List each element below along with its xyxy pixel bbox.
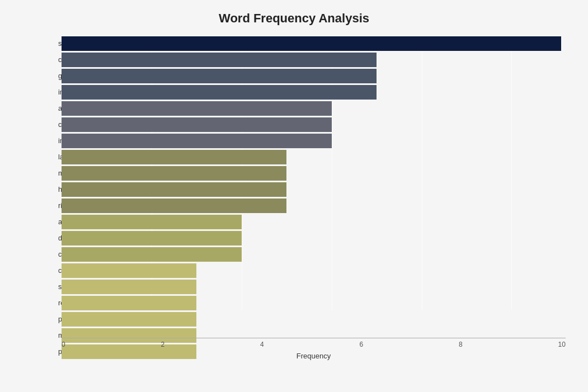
- bar-row: right: [62, 198, 566, 213]
- chart-area: spywarecountriesgovernmentsincludeaction…: [62, 36, 566, 366]
- bar-fill: [62, 134, 332, 148]
- x-tick: 10: [558, 341, 566, 348]
- bar-row: countries: [62, 52, 566, 67]
- bar-fill: [62, 101, 332, 116]
- bar-fill: [62, 247, 242, 262]
- bar-row: human: [62, 182, 566, 197]
- bar-row: commercial: [62, 117, 566, 132]
- bar-outer: [62, 53, 566, 67]
- bar-row: canada: [62, 263, 566, 278]
- bar-fill: [62, 263, 196, 278]
- bar-outer: [62, 134, 566, 148]
- bar-outer: [62, 150, 566, 164]
- bar-row: represent: [62, 295, 566, 310]
- bar-outer: [62, 296, 566, 310]
- bar-outer: [62, 166, 566, 181]
- bar-row: law: [62, 149, 566, 164]
- bar-fill: [62, 36, 561, 51]
- bar-fill: [62, 85, 377, 100]
- bar-fill: [62, 166, 286, 181]
- bar-fill: [62, 117, 332, 132]
- bar-outer: [62, 101, 566, 116]
- bar-fill: [62, 53, 377, 67]
- x-axis-label: Frequency: [62, 352, 566, 360]
- bar-fill: [62, 312, 196, 327]
- bar-outer: [62, 69, 566, 83]
- bar-outer: [62, 85, 566, 100]
- bar-fill: [62, 199, 286, 213]
- chart-container: Word Frequency Analysis spywarecountries…: [0, 0, 588, 392]
- x-tick: 8: [459, 341, 463, 348]
- bar-outer: [62, 182, 566, 197]
- bar-fill: [62, 150, 286, 164]
- bar-outer: [62, 312, 566, 327]
- bar-outer: [62, 36, 566, 51]
- bar-row: spyware: [62, 36, 566, 51]
- bars-wrapper: spywarecountriesgovernmentsincludeaction…: [62, 36, 566, 338]
- x-tick: 0: [62, 341, 65, 348]
- bar-row: governments: [62, 68, 566, 83]
- x-tick: 6: [360, 341, 364, 348]
- x-tick: 4: [260, 341, 264, 348]
- chart-title: Word Frequency Analysis: [22, 11, 566, 26]
- bar-row: action: [62, 101, 566, 116]
- bar-fill: [62, 280, 196, 294]
- bar-outer: [62, 231, 566, 245]
- bar-outer: [62, 280, 566, 294]
- bar-row: include: [62, 84, 566, 100]
- bar-fill: [62, 296, 196, 310]
- bar-fill: [62, 69, 377, 83]
- bar-outer: [62, 215, 566, 229]
- bar-row: agencies: [62, 214, 566, 229]
- bar-row: international: [62, 133, 566, 148]
- bar-outer: [62, 263, 566, 278]
- bar-fill: [62, 231, 242, 245]
- bar-row: state: [62, 279, 566, 294]
- bar-outer: [62, 117, 566, 132]
- bar-row: declaration: [62, 230, 566, 245]
- bar-outer: [62, 199, 566, 213]
- bar-fill: [62, 215, 242, 229]
- bar-row: market: [62, 166, 566, 181]
- bar-fill: [62, 182, 286, 197]
- x-ticks: 0246810: [62, 338, 566, 348]
- x-axis: 0246810 Frequency: [62, 338, 566, 366]
- bar-row: pall: [62, 311, 566, 327]
- bar-outer: [62, 247, 566, 262]
- x-tick: 2: [161, 341, 165, 348]
- bar-row: cyber: [62, 247, 566, 262]
